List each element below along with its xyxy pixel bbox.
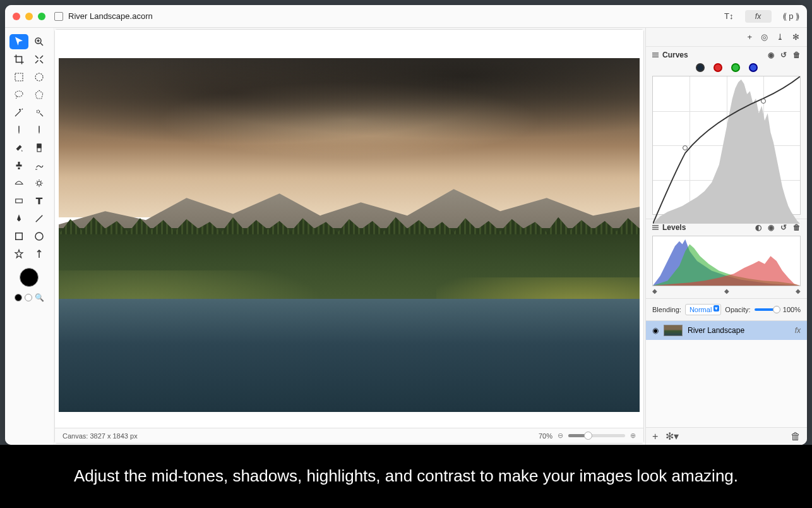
foreground-color[interactable] [20,268,39,287]
text-settings-icon[interactable]: T↕ [724,11,733,21]
target-button[interactable]: ◎ [761,32,768,42]
layer-row[interactable]: ◉ River Landscape fx [646,321,807,340]
swap-colors-icon[interactable] [15,294,22,301]
gear-button[interactable]: ✻ [792,32,799,42]
levels-black-handle[interactable]: ◆ [652,287,657,294]
status-bar: Canvas: 3827 x 1843 px 70% ⊖ ⊕ [55,428,643,443]
crop-tool[interactable] [9,52,28,67]
canvas-area: Canvas: 3827 x 1843 px 70% ⊖ ⊕ [54,29,644,444]
background-color[interactable] [25,294,32,301]
curve-point-highlight[interactable] [761,99,766,104]
curves-visibility-icon[interactable]: ◉ [768,51,774,59]
close-window-button[interactable] [13,13,20,20]
arrow-tool[interactable] [30,246,49,262]
curve-point-shadow[interactable] [683,145,688,150]
circle-tool[interactable] [30,229,49,244]
layer-thumbnail [664,325,683,336]
app-window: River Landscape.acorn T↕ fx ⸨ p ⸩ [5,5,807,445]
levels-auto-icon[interactable]: ◐ [755,223,761,232]
canvas-image [59,58,640,412]
ellipse-select-tool[interactable] [30,70,49,85]
svg-line-13 [36,215,43,222]
zoom-out-button[interactable]: ⊖ [558,432,563,440]
curves-title: Curves [662,51,688,59]
svg-rect-4 [15,73,23,81]
poly-select-tool[interactable] [30,87,49,102]
svg-rect-12 [16,199,23,203]
levels-panel: Levels ◐ ◉ ↺ 🗑 ◆ [646,219,807,299]
svg-rect-14 [16,233,23,240]
svg-point-5 [35,73,43,81]
drag-handle-icon[interactable] [652,52,659,57]
levels-mid-handle[interactable]: ◆ [724,287,729,294]
shape-tool[interactable] [9,193,28,209]
marketing-caption: Adjust the mid-tones, shadows, highlight… [0,445,812,508]
minimize-window-button[interactable] [25,13,33,20]
fx-button[interactable]: fx [745,10,772,23]
layer-options-button[interactable]: ✻▾ [666,430,679,442]
palette-button[interactable]: ⸨ p ⸩ [783,11,799,21]
layer-name: River Landscape [688,326,790,335]
titlebar: River Landscape.acorn T↕ fx ⸨ p ⸩ [5,5,807,28]
channel-blue[interactable] [749,63,758,72]
levels-delete-icon[interactable]: 🗑 [793,223,801,232]
channel-rgb[interactable] [696,63,705,72]
levels-reset-icon[interactable]: ↺ [780,223,787,232]
curves-delete-icon[interactable]: 🗑 [793,51,801,59]
svg-point-6 [15,91,23,97]
channel-red[interactable] [713,63,722,72]
levels-visibility-icon[interactable]: ◉ [768,223,774,232]
zoom-tool[interactable] [30,34,49,49]
fill-tool[interactable] [9,140,28,155]
add-filter-button[interactable]: + [747,32,752,42]
layer-visibility-icon[interactable]: ◉ [652,326,659,335]
quick-select-tool[interactable] [30,105,49,120]
gradient-tool[interactable] [30,140,49,155]
inspector-panel: + ◎ ⤓ ✻ Curves ◉ ↺ 🗑 [645,28,807,445]
drag-handle-icon[interactable] [652,225,659,230]
line-tool[interactable] [30,211,49,226]
pencil-tool[interactable] [30,123,49,138]
star-tool[interactable] [9,246,28,262]
curves-graph[interactable] [652,76,801,215]
levels-histogram[interactable] [652,236,801,286]
smudge-tool[interactable] [30,158,49,173]
blending-label: Blending: [652,306,681,313]
svg-point-15 [35,233,43,240]
expand-tool[interactable] [30,52,49,67]
pen-tool[interactable] [9,211,28,226]
channel-green[interactable] [731,63,740,72]
zoom-slider[interactable] [568,434,625,437]
eyedropper-icon[interactable]: 🔍 [35,293,44,302]
window-controls [13,13,45,20]
svg-point-11 [37,181,41,185]
brush-tool[interactable] [9,123,28,138]
rect-select-tool[interactable] [9,70,28,85]
svg-point-8 [37,110,40,113]
text-tool[interactable] [30,193,49,209]
add-layer-button[interactable]: + [652,431,658,442]
maximize-window-button[interactable] [38,13,45,20]
document-title: River Landscape.acorn [68,11,724,21]
opacity-value: 100% [783,306,801,313]
move-tool[interactable] [9,34,28,49]
burn-tool[interactable] [30,176,49,191]
canvas-viewport[interactable] [55,30,643,428]
zoom-in-button[interactable]: ⊕ [630,432,636,440]
layer-fx-icon[interactable]: fx [795,326,801,335]
levels-white-handle[interactable]: ◆ [796,287,801,294]
curves-reset-icon[interactable]: ↺ [780,51,787,59]
wand-tool[interactable] [9,105,28,120]
clone-tool[interactable] [9,158,28,173]
delete-layer-button[interactable]: 🗑 [791,431,801,442]
opacity-slider[interactable] [755,308,779,311]
svg-rect-10 [37,144,41,148]
download-button[interactable]: ⤓ [777,32,784,42]
levels-title: Levels [662,223,686,232]
blending-mode-select[interactable]: Normal [685,304,721,315]
dodge-tool[interactable] [9,176,28,191]
lasso-tool[interactable] [9,87,28,102]
tools-palette: 🔍 [5,28,53,445]
curves-panel: Curves ◉ ↺ 🗑 [646,47,807,219]
rect-tool[interactable] [9,229,28,244]
